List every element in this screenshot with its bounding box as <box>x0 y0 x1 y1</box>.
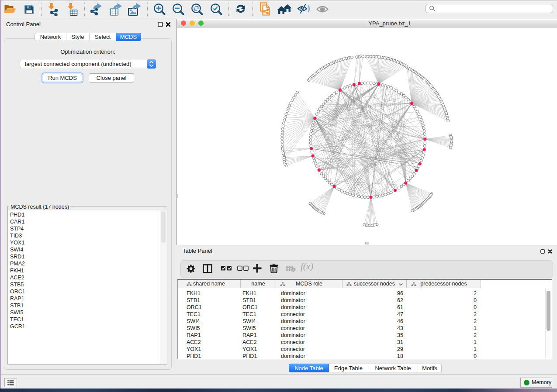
svg-text:f(x): f(x) <box>301 262 313 272</box>
